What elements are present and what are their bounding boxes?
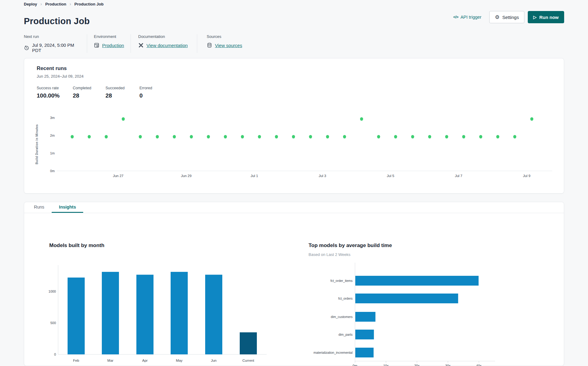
svg-text:fct_order_items: fct_order_items	[331, 279, 353, 283]
svg-text:Jun 27: Jun 27	[113, 174, 124, 178]
recent-runs-stats: Success rate 100.00% Completed 28 Succee…	[37, 86, 152, 99]
svg-text:30s: 30s	[445, 364, 451, 366]
production-job-page: Deploy › Production › Production Job Pro…	[0, 0, 588, 366]
svg-text:3m: 3m	[50, 116, 55, 120]
svg-text:Jul 7: Jul 7	[455, 174, 462, 178]
stat-completed: Completed 28	[73, 86, 105, 99]
recent-runs-title: Recent runs	[37, 65, 67, 72]
settings-button[interactable]: ⚙ Settings	[489, 11, 524, 23]
svg-text:2m: 2m	[50, 134, 55, 137]
view-documentation-link[interactable]: View documentation	[146, 43, 188, 48]
svg-text:Apr: Apr	[142, 359, 148, 362]
page-title: Production Job	[24, 16, 90, 26]
svg-text:materialization_incremental: materialization_incremental	[313, 351, 353, 354]
build-duration-scatter-chart: 0m1m2m3mJun 27Jun 29Jul 1Jul 3Jul 5Jul 7…	[31, 112, 554, 182]
header-actions: </> API trigger ⚙ Settings ▷ Run now	[453, 11, 564, 23]
svg-text:40s: 40s	[476, 364, 482, 366]
svg-text:Feb: Feb	[73, 359, 79, 362]
job-detail-card: Runs Insights Models built by month Top …	[24, 202, 564, 366]
meta-next-run: Next run Jul 9, 2024, 5:00 PM PDT	[24, 34, 87, 53]
next-run-value: Jul 9, 2024, 5:00 PM PDT	[32, 43, 81, 53]
run-now-label: Run now	[539, 15, 559, 20]
breadcrumb: Deploy › Production › Production Job	[24, 2, 104, 6]
api-trigger-link[interactable]: </> API trigger	[453, 15, 481, 20]
dbt-docs-icon	[138, 43, 144, 48]
next-run-label: Next run	[24, 34, 81, 39]
svg-text:500: 500	[50, 321, 56, 325]
svg-text:10s: 10s	[383, 364, 389, 366]
svg-text:Jul 1: Jul 1	[251, 174, 258, 178]
environment-link[interactable]: Production	[102, 43, 124, 48]
job-meta-row: Next run Jul 9, 2024, 5:00 PM PDT Enviro…	[24, 34, 242, 53]
tabstrip: Runs Insights	[24, 202, 564, 213]
svg-text:Jul 3: Jul 3	[319, 174, 326, 178]
svg-text:Mar: Mar	[107, 359, 113, 362]
svg-text:Jun: Jun	[211, 359, 217, 362]
insights-panel: Models built by month Top models by aver…	[24, 213, 564, 365]
models-by-month-title: Models built by month	[49, 242, 104, 249]
svg-text:0m: 0m	[353, 364, 357, 366]
svg-text:fct_orders: fct_orders	[338, 297, 353, 300]
svg-text:dim_parts: dim_parts	[338, 333, 353, 336]
svg-text:20s: 20s	[414, 364, 420, 366]
run-now-button[interactable]: ▷ Run now	[528, 11, 564, 23]
stat-succeeded: Succeeded 28	[105, 86, 139, 99]
code-icon: </>	[453, 15, 458, 19]
breadcrumb-production-job: Production Job	[74, 2, 103, 6]
documentation-label: Documentation	[138, 34, 191, 39]
svg-text:Jun 29: Jun 29	[181, 174, 192, 178]
svg-text:Build Duration in Minutes: Build Duration in Minutes	[35, 124, 39, 164]
chevron-right-icon: ›	[40, 2, 42, 6]
svg-text:May: May	[176, 359, 183, 362]
svg-text:1m: 1m	[50, 151, 55, 155]
svg-text:0m: 0m	[50, 169, 55, 173]
environment-label: Environment	[94, 34, 124, 39]
stat-errored: Errored 0	[139, 86, 152, 99]
svg-text:Jul 5: Jul 5	[387, 174, 394, 178]
stat-success-rate: Success rate 100.00%	[37, 86, 73, 99]
recent-runs-card: Recent runs Jun 25, 2024–Jul 09, 2024 Su…	[24, 58, 564, 194]
tab-insights[interactable]: Insights	[52, 202, 83, 213]
svg-text:Current: Current	[242, 359, 254, 362]
chevron-right-icon: ›	[70, 2, 71, 6]
environment-icon	[94, 43, 99, 48]
gear-icon: ⚙	[495, 15, 499, 20]
alarm-clock-icon	[24, 45, 29, 50]
tab-runs[interactable]: Runs	[27, 202, 52, 213]
settings-label: Settings	[502, 15, 519, 20]
play-icon: ▷	[533, 15, 537, 19]
svg-text:Jul 9: Jul 9	[523, 174, 530, 178]
meta-environment: Environment Production	[94, 34, 131, 53]
sources-label: Sources	[207, 34, 242, 39]
top-models-subtitle: Based on Last 2 Weeks	[309, 252, 350, 257]
api-trigger-label: API trigger	[460, 15, 482, 20]
top-models-chart: 0m10s20s30s40sfct_order_itemsfct_ordersd…	[309, 263, 510, 366]
breadcrumb-production[interactable]: Production	[45, 2, 66, 6]
recent-runs-date-range: Jun 25, 2024–Jul 09, 2024	[37, 74, 83, 79]
meta-sources: Sources View sources	[207, 34, 242, 53]
meta-documentation: Documentation View documentation	[138, 34, 197, 53]
svg-text:0: 0	[54, 353, 56, 356]
top-models-title: Top models by average build time	[309, 242, 392, 249]
breadcrumb-deploy[interactable]: Deploy	[24, 2, 37, 6]
view-sources-link[interactable]: View sources	[215, 43, 242, 48]
models-by-month-chart: 05001000FebMarAprMayJunCurrent	[48, 263, 274, 366]
svg-text:dim_customers: dim_customers	[331, 315, 353, 319]
database-icon	[207, 43, 212, 48]
svg-text:1000: 1000	[49, 290, 56, 293]
